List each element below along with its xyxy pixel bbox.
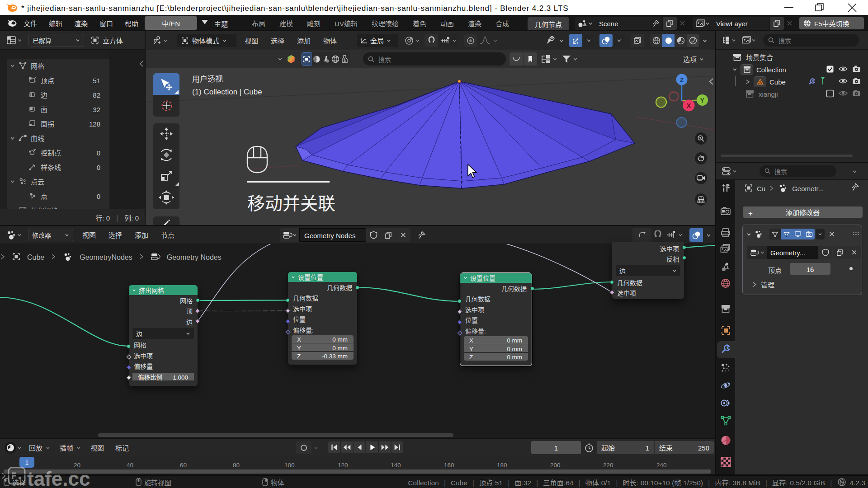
svg-text:Z: Z — [680, 75, 684, 84]
svg-text:X: X — [687, 101, 691, 110]
svg-text:Y: Y — [700, 95, 705, 104]
